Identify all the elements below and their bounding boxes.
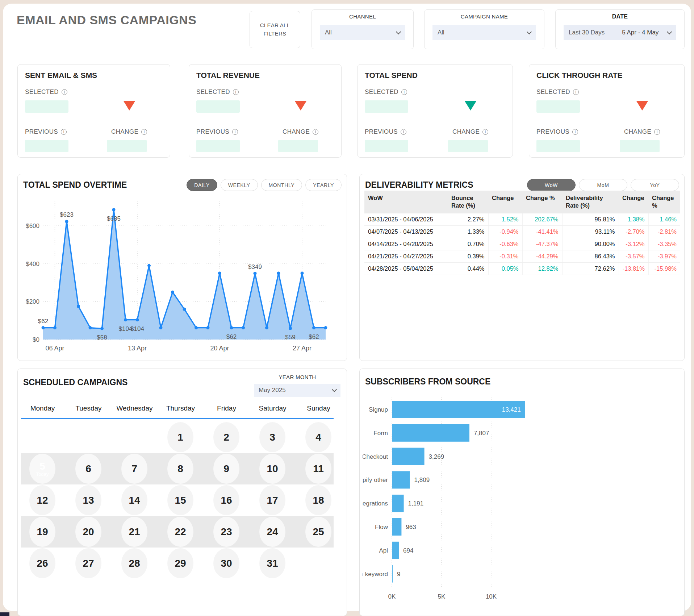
tab-yoy[interactable]: YoY: [631, 179, 679, 191]
calendar-day[interactable]: 25: [305, 517, 331, 547]
info-icon[interactable]: [401, 89, 407, 95]
calendar-day[interactable]: 3: [259, 422, 285, 452]
info-icon[interactable]: [313, 129, 318, 135]
table-cell: 202.67%: [522, 213, 562, 226]
table-row[interactable]: 04/07/2025 - 04/13/20251.33%-0.94%-41.41…: [364, 226, 680, 238]
column-header: WoW: [364, 191, 448, 213]
calendar-day[interactable]: 16: [213, 485, 239, 515]
calendar-day[interactable]: 1: [167, 422, 193, 452]
data-point[interactable]: [183, 308, 186, 311]
info-icon[interactable]: [482, 129, 488, 135]
calendar-day[interactable]: 19: [29, 517, 55, 547]
data-point[interactable]: [265, 326, 268, 329]
scheduled-campaigns-card: SCHEDULED CAMPAIGNS YEAR MONTH May 2025 …: [17, 369, 347, 616]
calendar-day[interactable]: 7: [121, 454, 147, 484]
bar[interactable]: [392, 565, 393, 583]
bar[interactable]: [392, 448, 425, 465]
channel-select[interactable]: All: [320, 25, 405, 40]
calendar-day[interactable]: 30: [213, 548, 239, 578]
table-cell: 93.11%: [562, 226, 619, 238]
tab-mom[interactable]: MoM: [579, 179, 627, 191]
data-point[interactable]: [65, 220, 68, 223]
data-point[interactable]: [312, 326, 315, 329]
table-row[interactable]: 03/31/2025 - 04/06/20252.27%1.52%202.67%…: [364, 213, 680, 226]
data-point[interactable]: [289, 327, 292, 330]
data-point[interactable]: [42, 326, 45, 329]
calendar-day[interactable]: 12: [29, 485, 55, 515]
calendar-day[interactable]: 24: [259, 517, 285, 547]
data-point[interactable]: [100, 327, 104, 330]
data-point[interactable]: [218, 272, 221, 275]
data-point[interactable]: [112, 208, 116, 211]
selected-value-box: [196, 100, 240, 113]
calendar-day[interactable]: 23: [213, 517, 239, 547]
info-icon[interactable]: [61, 129, 67, 135]
data-point[interactable]: [324, 326, 327, 329]
data-point[interactable]: [277, 272, 280, 275]
info-icon[interactable]: [232, 129, 238, 135]
subscribers-bar-chart: 0K5K10KSignup13,421Form7,807Checkout3,26…: [363, 386, 681, 605]
table-cell: 03/31/2025 - 04/06/2025: [364, 213, 448, 226]
campaign-name-select[interactable]: All: [432, 25, 536, 40]
info-icon[interactable]: [572, 129, 578, 135]
data-point[interactable]: [242, 326, 245, 329]
data-point[interactable]: [230, 326, 233, 329]
data-point[interactable]: [171, 291, 174, 294]
calendar-day[interactable]: 29: [167, 548, 193, 578]
data-point[interactable]: [254, 272, 257, 275]
bar[interactable]: [392, 518, 401, 536]
bar[interactable]: [392, 471, 410, 488]
calendar-day[interactable]: 17: [259, 485, 285, 515]
calendar-day[interactable]: 13: [75, 485, 101, 515]
data-point[interactable]: [53, 326, 57, 329]
data-point[interactable]: [136, 318, 139, 321]
date-filter-label: DATE: [556, 13, 684, 20]
calendar-day[interactable]: 8: [167, 454, 193, 484]
info-icon[interactable]: [401, 129, 406, 135]
value-label: 3,269: [429, 453, 444, 460]
table-row[interactable]: 04/21/2025 - 04/27/20250.39%-0.31%-44.29…: [364, 250, 680, 263]
calendar-day[interactable]: 9: [213, 454, 239, 484]
calendar-day[interactable]: 10: [259, 454, 285, 484]
data-point[interactable]: [124, 318, 127, 321]
date-select[interactable]: Last 30 Days 5 Apr - 4 May: [564, 25, 676, 40]
calendar-day-today[interactable]: 5Today: [29, 454, 55, 484]
calendar-day[interactable]: 6: [75, 454, 101, 484]
data-point[interactable]: [147, 264, 151, 267]
bar[interactable]: [392, 542, 399, 559]
clear-all-filters-button[interactable]: CLEAR ALL FILTERS: [250, 11, 300, 48]
info-icon[interactable]: [233, 89, 239, 95]
calendar-day[interactable]: 11: [305, 454, 331, 484]
table-row[interactable]: 04/28/2025 - 05/04/20250.44%0.05%12.82%7…: [364, 263, 680, 275]
calendar-day[interactable]: 22: [167, 517, 193, 547]
calendar-day[interactable]: 21: [121, 517, 147, 547]
data-point[interactable]: [77, 305, 80, 308]
calendar-day[interactable]: 14: [121, 485, 147, 515]
calendar-day[interactable]: 27: [75, 548, 101, 578]
calendar-day[interactable]: 28: [121, 548, 147, 578]
year-month-select[interactable]: May 2025: [254, 384, 340, 397]
calendar-day[interactable]: 20: [75, 517, 101, 547]
data-label: $685: [107, 215, 121, 222]
calendar-day[interactable]: 4: [305, 422, 331, 452]
x-axis-tick: 13 Apr: [128, 345, 147, 352]
tab-wow[interactable]: WoW: [527, 179, 576, 191]
selected-value-box: [25, 100, 68, 113]
info-icon[interactable]: [62, 89, 67, 95]
data-point[interactable]: [195, 326, 198, 329]
calendar-day[interactable]: 18: [305, 485, 331, 515]
data-point[interactable]: [301, 272, 304, 275]
table-row[interactable]: 04/14/2025 - 04/20/20250.70%-0.63%-47.37…: [364, 238, 680, 250]
bar[interactable]: [392, 495, 404, 512]
calendar-day[interactable]: 26: [29, 548, 55, 578]
data-point[interactable]: [206, 326, 210, 329]
calendar-day[interactable]: 2: [213, 422, 239, 452]
data-point[interactable]: [159, 326, 163, 329]
info-icon[interactable]: [573, 89, 579, 95]
info-icon[interactable]: [141, 129, 147, 135]
info-icon[interactable]: [654, 129, 660, 135]
data-point[interactable]: [89, 326, 92, 329]
calendar-day[interactable]: 15: [167, 485, 193, 515]
bar[interactable]: [392, 424, 469, 442]
calendar-day[interactable]: 31: [259, 548, 285, 578]
